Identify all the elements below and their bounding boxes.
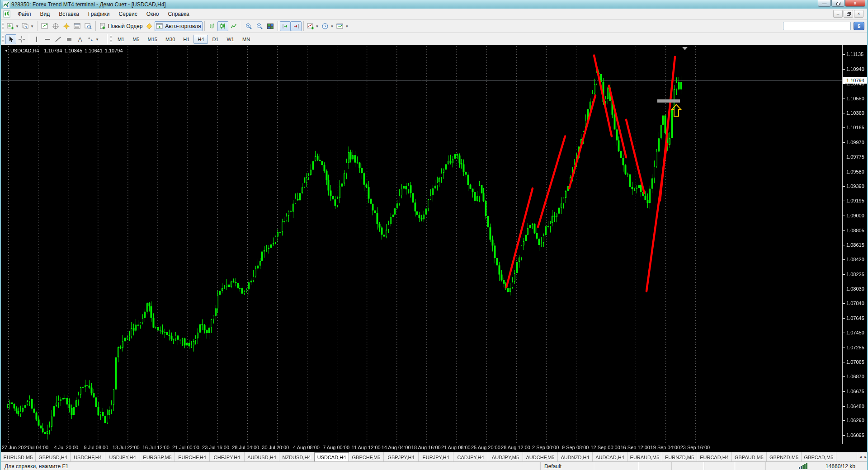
collapse-triangle-icon[interactable]: ▼ bbox=[5, 49, 8, 53]
time-tick-label: 12 Sep 00:00 bbox=[590, 445, 620, 450]
notification-bubble[interactable]: 5 bbox=[854, 22, 864, 30]
menu-window[interactable]: Окно bbox=[142, 9, 164, 19]
minimize-button[interactable]: — bbox=[818, 0, 831, 7]
channel-button[interactable] bbox=[64, 34, 75, 44]
time-tick-label: 21 Aug 08:00 bbox=[441, 445, 471, 450]
tab-gbpjpy-h4[interactable]: GBPJPY,H4 bbox=[384, 452, 419, 462]
search-input[interactable] bbox=[783, 23, 851, 29]
timeframe-w1[interactable]: W1 bbox=[222, 35, 238, 44]
tab-cadjpy-h4[interactable]: CADJPY,H4 bbox=[453, 452, 488, 462]
profiles-button[interactable]: ▼ bbox=[20, 21, 35, 31]
market-watch-button[interactable] bbox=[39, 21, 50, 31]
tile-windows-button[interactable] bbox=[265, 21, 276, 31]
tab-usdcad-h4[interactable]: USDCAD,H4 bbox=[314, 452, 349, 462]
menu-charts[interactable]: Графики bbox=[84, 9, 114, 19]
toolbar-grip[interactable] bbox=[2, 35, 4, 44]
restore-button[interactable] bbox=[831, 0, 844, 7]
indicators-button[interactable]: ▼ bbox=[306, 21, 321, 31]
time-tick-label: 25 Aug 20:00 bbox=[471, 445, 500, 450]
toolbar-separator bbox=[241, 21, 241, 31]
zoom-in-button[interactable] bbox=[243, 21, 254, 31]
candlestick-chart-button[interactable] bbox=[217, 21, 228, 31]
child-minimize-button[interactable]: – bbox=[833, 10, 843, 18]
toolbar-grip[interactable] bbox=[2, 22, 4, 31]
tab-gbpchf-m5[interactable]: GBPCHF,M5 bbox=[349, 452, 384, 462]
tab-nzdusd-h4[interactable]: NZDUSD,H4 bbox=[279, 452, 314, 462]
data-window-button[interactable] bbox=[50, 21, 61, 31]
status-profile[interactable]: Default bbox=[541, 462, 594, 470]
timeframe-mn[interactable]: MN bbox=[238, 35, 254, 44]
text-tool-button[interactable]: A bbox=[75, 34, 85, 44]
tab-eurnzd-m5[interactable]: EURNZD,M5 bbox=[662, 452, 697, 462]
periods-button[interactable]: ▼ bbox=[320, 21, 335, 31]
menu-insert[interactable]: Вставка bbox=[54, 9, 84, 19]
templates-button[interactable]: ▼ bbox=[335, 21, 350, 31]
zoom-out-button[interactable] bbox=[254, 21, 265, 31]
dropdown-caret-icon: ▼ bbox=[330, 24, 334, 28]
child-close-button[interactable]: × bbox=[854, 10, 863, 18]
tab-gbpcad-m5[interactable]: GBPCAD,M5 bbox=[802, 452, 836, 462]
new-order-button[interactable]: Новый Ордер bbox=[98, 21, 144, 31]
autoscroll-button[interactable] bbox=[280, 21, 291, 31]
timeframe-m5[interactable]: M5 bbox=[128, 35, 143, 44]
time-tick-label: 30 Jul 20:00 bbox=[262, 445, 289, 450]
tile-windows-icon bbox=[267, 23, 274, 30]
toolbar-grip[interactable] bbox=[110, 35, 112, 44]
tab-eurcad-h4[interactable]: EURCAD,H4 bbox=[697, 452, 732, 462]
tab-usdchf-h4[interactable]: USDCHF,H4 bbox=[71, 452, 105, 462]
arrows-tool-button[interactable]: ▼ bbox=[85, 34, 100, 44]
candlestick-chart-icon bbox=[219, 23, 226, 30]
crosshair-button[interactable] bbox=[16, 34, 27, 44]
tab-eurgbp-m5[interactable]: EURGBP,M5 bbox=[140, 452, 175, 462]
timeframe-h1[interactable]: H1 bbox=[179, 35, 193, 44]
tab-euraud-m5[interactable]: EURAUD,M5 bbox=[627, 452, 662, 462]
time-tick-label: 28 Aug 12:00 bbox=[501, 445, 530, 450]
tab-scroll-right-button[interactable]: ► bbox=[864, 455, 868, 459]
tab-audjpy-m5[interactable]: AUDJPY,M5 bbox=[488, 452, 523, 462]
tab-eurusd-m5[interactable]: EURUSD,M5 bbox=[1, 452, 36, 462]
timeframe-m30[interactable]: M30 bbox=[161, 35, 179, 44]
tab-usdjpy-h4[interactable]: USDJPY,H4 bbox=[105, 452, 140, 462]
standard-toolbar: ▼ ▼ bbox=[1, 20, 867, 33]
close-button[interactable]: × bbox=[845, 0, 865, 7]
tab-audusd-h4[interactable]: AUDUSD,H4 bbox=[245, 452, 279, 462]
chart-shift-button[interactable] bbox=[291, 21, 302, 31]
timeframe-m1[interactable]: M1 bbox=[113, 35, 128, 44]
timeframe-m15[interactable]: M15 bbox=[143, 35, 161, 44]
tab-audchf-m5[interactable]: AUDCHF,M5 bbox=[523, 452, 558, 462]
vertical-line-button[interactable] bbox=[31, 34, 42, 44]
horizontal-line-button[interactable] bbox=[42, 34, 53, 44]
time-tick-label: 16 Jul 12:00 bbox=[142, 445, 170, 450]
toolbar-separator bbox=[204, 21, 205, 31]
tab-audcad-h4[interactable]: AUDCAD,H4 bbox=[593, 452, 627, 462]
timeframe-h4[interactable]: H4 bbox=[193, 35, 208, 44]
strategy-tester-button[interactable] bbox=[83, 21, 94, 31]
tab-chfjpy-h4[interactable]: CHFJPY,H4 bbox=[210, 452, 245, 462]
navigator-button[interactable] bbox=[61, 21, 72, 31]
menu-file[interactable]: Файл bbox=[13, 9, 36, 19]
metaeditor-button[interactable] bbox=[144, 21, 155, 31]
time-tick-label: 28 Jul 04:00 bbox=[232, 445, 259, 450]
terminal-button[interactable] bbox=[72, 21, 83, 31]
bar-chart-button[interactable] bbox=[207, 21, 217, 31]
tab-eurjpy-h4[interactable]: EURJPY,H4 bbox=[419, 452, 453, 462]
tab-scroll-left-button[interactable]: ◄ bbox=[859, 455, 862, 459]
tab-gbpaud-m5[interactable]: GBPAUD,M5 bbox=[732, 452, 767, 462]
child-restore-button[interactable] bbox=[844, 10, 853, 18]
menu-help[interactable]: Справка bbox=[164, 9, 194, 19]
mt4-terminal-window: 928350: Forex Trend MT4 terminal - Демо … bbox=[0, 0, 868, 470]
timeframe-d1[interactable]: D1 bbox=[208, 35, 222, 44]
menu-tools[interactable]: Сервис bbox=[114, 9, 142, 19]
line-chart-button[interactable] bbox=[228, 21, 239, 31]
chart-canvas[interactable] bbox=[1, 45, 868, 452]
tab-eurchf-h4[interactable]: EURCHF,H4 bbox=[175, 452, 210, 462]
cursor-button[interactable] bbox=[5, 34, 16, 44]
new-chart-button[interactable]: ▼ bbox=[5, 21, 20, 31]
tab-gbpnzd-m5[interactable]: GBPNZD,M5 bbox=[767, 452, 802, 462]
tab-scroll-buttons: ◄ ► bbox=[857, 452, 868, 462]
autotrading-button[interactable]: Авто-торговля bbox=[155, 21, 202, 31]
trendline-button[interactable] bbox=[53, 34, 64, 44]
menu-view[interactable]: Вид bbox=[36, 9, 55, 19]
tab-audnzd-h4[interactable]: AUDNZD,H4 bbox=[558, 452, 593, 462]
tab-gbpusd-h4[interactable]: GBPUSD,H4 bbox=[36, 452, 71, 462]
